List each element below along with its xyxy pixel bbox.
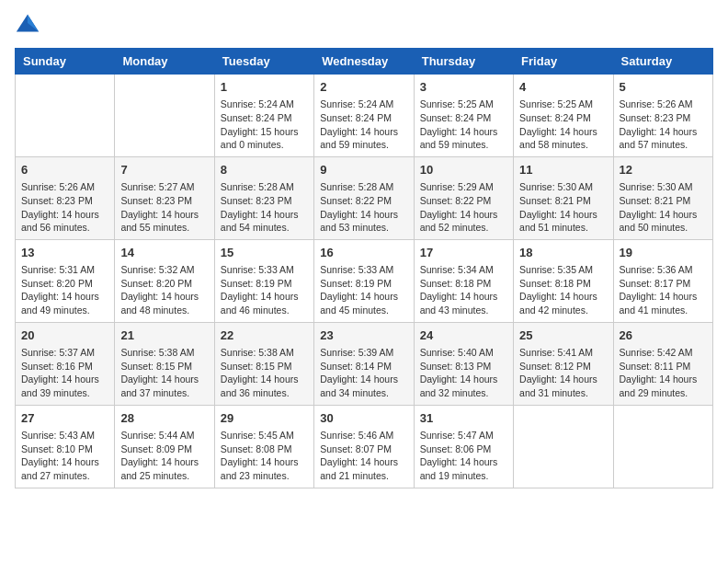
day-number: 28 [120,410,208,427]
day-info: Sunrise: 5:39 AM Sunset: 8:14 PM Dayligh… [320,346,407,400]
day-number: 15 [221,245,308,261]
calendar-cell: 20Sunrise: 5:37 AM Sunset: 8:16 PM Dayli… [16,322,115,405]
day-number: 30 [320,410,407,427]
day-info: Sunrise: 5:37 AM Sunset: 8:16 PM Dayligh… [21,346,108,400]
day-info: Sunrise: 5:32 AM Sunset: 8:20 PM Dayligh… [120,263,208,317]
calendar-cell: 14Sunrise: 5:32 AM Sunset: 8:20 PM Dayli… [115,239,214,322]
day-number: 17 [420,245,507,261]
calendar-cell [16,75,115,157]
day-info: Sunrise: 5:36 AM Sunset: 8:17 PM Dayligh… [620,263,707,317]
calendar-cell: 30Sunrise: 5:46 AM Sunset: 8:07 PM Dayli… [314,405,414,488]
weekday-header-sunday: Sunday [16,49,115,75]
calendar-cell: 22Sunrise: 5:38 AM Sunset: 8:15 PM Dayli… [214,322,313,405]
day-number: 12 [620,162,707,178]
calendar-cell: 18Sunrise: 5:35 AM Sunset: 8:18 PM Dayli… [514,239,613,322]
calendar-cell [115,75,214,157]
day-number: 31 [420,410,507,427]
day-number: 19 [620,245,707,261]
day-number: 22 [221,327,308,344]
day-number: 16 [320,245,407,261]
calendar-table: SundayMondayTuesdayWednesdayThursdayFrid… [15,48,713,488]
day-info: Sunrise: 5:41 AM Sunset: 8:12 PM Dayligh… [519,346,607,400]
day-info: Sunrise: 5:45 AM Sunset: 8:08 PM Dayligh… [221,429,308,483]
page-header [15,15,713,37]
weekday-header-thursday: Thursday [414,49,513,75]
day-info: Sunrise: 5:24 AM Sunset: 8:24 PM Dayligh… [320,98,407,152]
day-info: Sunrise: 5:40 AM Sunset: 8:13 PM Dayligh… [420,346,507,400]
calendar-cell: 16Sunrise: 5:33 AM Sunset: 8:19 PM Dayli… [314,239,414,322]
calendar-cell: 3Sunrise: 5:25 AM Sunset: 8:24 PM Daylig… [414,75,513,157]
day-info: Sunrise: 5:31 AM Sunset: 8:20 PM Dayligh… [21,263,108,317]
logo [15,15,44,37]
calendar-cell: 29Sunrise: 5:45 AM Sunset: 8:08 PM Dayli… [214,405,313,488]
day-number: 14 [120,245,208,261]
day-number: 27 [21,410,108,427]
calendar-cell: 6Sunrise: 5:26 AM Sunset: 8:23 PM Daylig… [16,156,115,239]
calendar-cell: 31Sunrise: 5:47 AM Sunset: 8:06 PM Dayli… [414,405,513,488]
day-info: Sunrise: 5:42 AM Sunset: 8:11 PM Dayligh… [620,346,707,400]
calendar-cell: 7Sunrise: 5:27 AM Sunset: 8:23 PM Daylig… [115,156,214,239]
day-info: Sunrise: 5:46 AM Sunset: 8:07 PM Dayligh… [320,429,407,483]
calendar-cell: 21Sunrise: 5:38 AM Sunset: 8:15 PM Dayli… [115,322,214,405]
calendar-header-row: SundayMondayTuesdayWednesdayThursdayFrid… [16,49,713,75]
day-number: 13 [21,245,108,261]
calendar-cell: 19Sunrise: 5:36 AM Sunset: 8:17 PM Dayli… [613,239,712,322]
day-info: Sunrise: 5:34 AM Sunset: 8:18 PM Dayligh… [420,263,507,317]
day-number: 29 [221,410,308,427]
calendar-week-row: 1Sunrise: 5:24 AM Sunset: 8:24 PM Daylig… [16,75,713,157]
day-info: Sunrise: 5:28 AM Sunset: 8:23 PM Dayligh… [221,180,308,235]
calendar-cell: 12Sunrise: 5:30 AM Sunset: 8:21 PM Dayli… [613,156,712,239]
day-number: 3 [420,79,507,96]
day-info: Sunrise: 5:30 AM Sunset: 8:21 PM Dayligh… [519,180,607,235]
day-number: 10 [420,162,507,178]
day-info: Sunrise: 5:47 AM Sunset: 8:06 PM Dayligh… [420,429,507,483]
calendar-cell: 27Sunrise: 5:43 AM Sunset: 8:10 PM Dayli… [16,405,115,488]
calendar-cell: 23Sunrise: 5:39 AM Sunset: 8:14 PM Dayli… [314,322,414,405]
calendar-cell [514,405,613,488]
weekday-header-saturday: Saturday [613,49,712,75]
day-number: 25 [519,327,607,344]
day-number: 20 [21,327,108,344]
weekday-header-friday: Friday [514,49,613,75]
calendar-cell: 17Sunrise: 5:34 AM Sunset: 8:18 PM Dayli… [414,239,513,322]
calendar-week-row: 20Sunrise: 5:37 AM Sunset: 8:16 PM Dayli… [16,322,713,405]
calendar-cell: 9Sunrise: 5:28 AM Sunset: 8:22 PM Daylig… [314,156,414,239]
day-number: 1 [221,79,308,96]
calendar-week-row: 13Sunrise: 5:31 AM Sunset: 8:20 PM Dayli… [16,239,713,322]
day-info: Sunrise: 5:44 AM Sunset: 8:09 PM Dayligh… [120,429,208,483]
calendar-week-row: 27Sunrise: 5:43 AM Sunset: 8:10 PM Dayli… [16,405,713,488]
day-info: Sunrise: 5:30 AM Sunset: 8:21 PM Dayligh… [620,180,707,235]
logo-icon [15,11,40,37]
day-info: Sunrise: 5:33 AM Sunset: 8:19 PM Dayligh… [221,263,308,317]
calendar-cell: 1Sunrise: 5:24 AM Sunset: 8:24 PM Daylig… [214,75,313,157]
calendar-cell: 26Sunrise: 5:42 AM Sunset: 8:11 PM Dayli… [613,322,712,405]
day-info: Sunrise: 5:38 AM Sunset: 8:15 PM Dayligh… [120,346,208,400]
day-info: Sunrise: 5:29 AM Sunset: 8:22 PM Dayligh… [420,180,507,235]
day-number: 24 [420,327,507,344]
day-number: 7 [120,162,208,178]
calendar-cell: 5Sunrise: 5:26 AM Sunset: 8:23 PM Daylig… [613,75,712,157]
weekday-header-monday: Monday [115,49,214,75]
day-number: 23 [320,327,407,344]
calendar-cell: 11Sunrise: 5:30 AM Sunset: 8:21 PM Dayli… [514,156,613,239]
day-number: 8 [221,162,308,178]
day-info: Sunrise: 5:28 AM Sunset: 8:22 PM Dayligh… [320,180,407,235]
calendar-cell [613,405,712,488]
day-number: 5 [620,79,707,96]
day-number: 4 [519,79,607,96]
day-info: Sunrise: 5:26 AM Sunset: 8:23 PM Dayligh… [21,180,108,235]
day-info: Sunrise: 5:25 AM Sunset: 8:24 PM Dayligh… [519,98,607,152]
day-number: 6 [21,162,108,178]
weekday-header-wednesday: Wednesday [314,49,414,75]
day-info: Sunrise: 5:26 AM Sunset: 8:23 PM Dayligh… [620,98,707,152]
day-info: Sunrise: 5:33 AM Sunset: 8:19 PM Dayligh… [320,263,407,317]
weekday-header-tuesday: Tuesday [214,49,313,75]
calendar-week-row: 6Sunrise: 5:26 AM Sunset: 8:23 PM Daylig… [16,156,713,239]
calendar-cell: 13Sunrise: 5:31 AM Sunset: 8:20 PM Dayli… [16,239,115,322]
day-number: 18 [519,245,607,261]
day-number: 2 [320,79,407,96]
calendar-cell: 4Sunrise: 5:25 AM Sunset: 8:24 PM Daylig… [514,75,613,157]
calendar-cell: 10Sunrise: 5:29 AM Sunset: 8:22 PM Dayli… [414,156,513,239]
day-info: Sunrise: 5:27 AM Sunset: 8:23 PM Dayligh… [120,180,208,235]
day-info: Sunrise: 5:38 AM Sunset: 8:15 PM Dayligh… [221,346,308,400]
